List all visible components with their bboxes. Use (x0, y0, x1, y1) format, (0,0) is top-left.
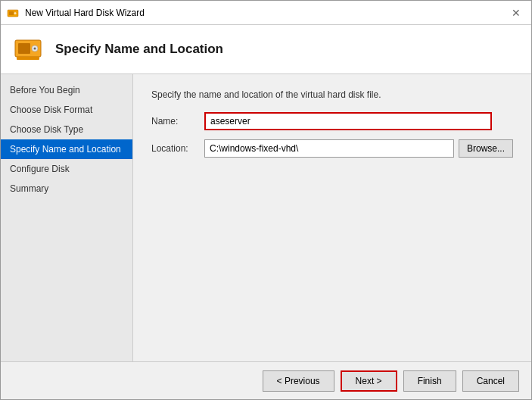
browse-button[interactable]: Browse... (459, 139, 513, 158)
location-label: Location: (151, 143, 204, 154)
close-button[interactable]: ✕ (507, 4, 525, 22)
header-icon-container (13, 34, 43, 64)
svg-point-2 (14, 12, 17, 14)
sidebar: Before You BeginChoose Disk FormatChoose… (1, 74, 133, 361)
previous-button[interactable]: < Previous (263, 370, 334, 392)
bottom-bar: < Previous Next > Finish Cancel (1, 361, 531, 399)
sidebar-item[interactable]: Choose Disk Format (1, 100, 132, 120)
svg-point-6 (34, 48, 36, 50)
svg-rect-1 (9, 11, 14, 15)
next-button[interactable]: Next > (341, 370, 397, 392)
instruction-text: Specify the name and location of the vir… (151, 89, 513, 100)
location-row: Location: Browse... (151, 139, 513, 158)
cancel-button[interactable]: Cancel (462, 370, 519, 392)
app-icon (7, 7, 19, 19)
location-input-wrap: Browse... (204, 139, 513, 158)
main-panel: Specify the name and location of the vir… (133, 74, 531, 361)
hard-disk-wizard-icon (14, 37, 42, 61)
content-area: Before You BeginChoose Disk FormatChoose… (1, 74, 531, 361)
sidebar-item[interactable]: Before You Begin (1, 80, 132, 100)
header-area: Specify Name and Location (1, 25, 531, 74)
sidebar-item[interactable]: Summary (1, 179, 132, 198)
sidebar-item[interactable]: Configure Disk (1, 159, 132, 179)
sidebar-item[interactable]: Specify Name and Location (1, 139, 132, 159)
svg-rect-4 (18, 43, 30, 54)
svg-rect-7 (17, 57, 39, 60)
finish-button[interactable]: Finish (403, 370, 456, 392)
name-label: Name: (151, 116, 204, 127)
title-bar: New Virtual Hard Disk Wizard ✕ (1, 1, 531, 25)
title-bar-text: New Virtual Hard Disk Wizard (25, 8, 507, 18)
page-title: Specify Name and Location (55, 42, 223, 57)
sidebar-item[interactable]: Choose Disk Type (1, 120, 132, 139)
location-input[interactable] (204, 139, 454, 158)
name-input[interactable] (204, 112, 492, 130)
name-row: Name: (151, 112, 513, 130)
wizard-window: New Virtual Hard Disk Wizard ✕ Specify N… (0, 0, 532, 400)
